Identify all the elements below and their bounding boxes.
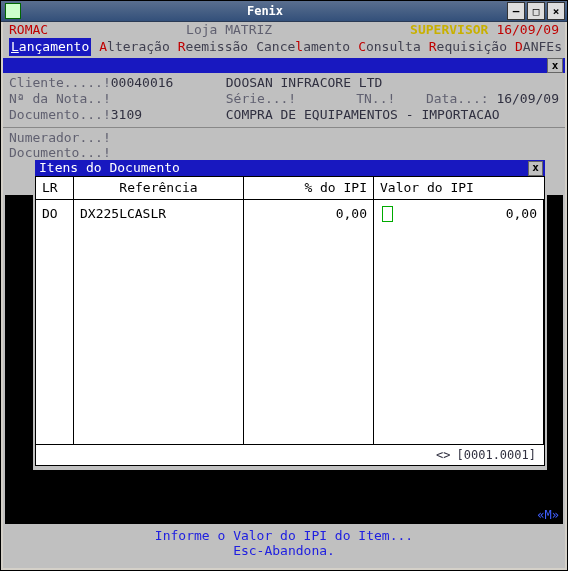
- table-footer: <> [0001.0001]: [36, 444, 544, 465]
- cell-ref: DX225LCASLR: [74, 200, 244, 444]
- black-border-right: [547, 195, 563, 496]
- documento-desc: COMPRA DE EQUIPAMENTOS - IMPORTACAO: [226, 107, 500, 123]
- col-val: Valor do IPI: [374, 177, 544, 199]
- items-close-icon[interactable]: x: [528, 161, 543, 176]
- menu-requisicao[interactable]: Requisição: [429, 38, 507, 56]
- menu-cancelamento[interactable]: Cancelamento: [256, 38, 350, 56]
- nota-value: [111, 91, 196, 107]
- cursor-icon: [382, 206, 393, 222]
- documento-value: 3109: [111, 107, 196, 123]
- separator-bar: x: [3, 58, 565, 73]
- minimize-button[interactable]: –: [507, 2, 525, 20]
- maximize-button[interactable]: □: [527, 2, 545, 20]
- window-title: Fenix: [25, 4, 505, 18]
- user-role: SUPERVISOR: [410, 22, 488, 38]
- cliente-label: Cliente.....!: [9, 75, 111, 91]
- items-titlebar: Itens do Documento x: [35, 160, 545, 176]
- cell-ipi: 0,00: [244, 200, 374, 444]
- close-button[interactable]: ×: [547, 2, 565, 20]
- menu-lancamento[interactable]: Lançamento: [9, 38, 91, 56]
- marker-m: «M»: [537, 508, 559, 522]
- cell-lr: DO: [36, 200, 74, 444]
- titlebar[interactable]: Fenix – □ ×: [1, 1, 567, 22]
- serie-label: Série...!: [226, 91, 296, 107]
- black-border-left: [5, 195, 33, 496]
- col-ipi: % do IPI: [244, 177, 374, 199]
- cliente-value: 00040016: [111, 75, 196, 91]
- menu-bar: Lançamento Alteração Reemissão Cancelame…: [3, 38, 565, 56]
- status-line1: Informe o Valor do IPI do Item...: [3, 528, 565, 543]
- data-value: 16/09/09: [496, 91, 559, 106]
- header-date: 16/09/09: [496, 22, 559, 38]
- app-body: ROMAC Loja MATRIZ SUPERVISOR 16/09/09 La…: [3, 22, 565, 568]
- cell-val[interactable]: 0,00: [374, 200, 544, 444]
- status-line2: Esc-Abandona.: [3, 543, 565, 558]
- app-window: Fenix – □ × ROMAC Loja MATRIZ SUPERVISOR…: [0, 0, 568, 571]
- table-header: LR Referência % do IPI Valor do IPI: [36, 177, 544, 200]
- store-name: Loja MATRIZ: [186, 22, 272, 38]
- cliente-desc: DOOSAN INFRACORE LTD: [226, 75, 383, 91]
- data-label: Data...:: [426, 91, 489, 106]
- numerador-panel: Numerador...! Documento...!: [3, 128, 565, 160]
- status-message: Informe o Valor do IPI do Item... Esc-Ab…: [3, 524, 565, 558]
- documento2-label: Documento...!: [9, 145, 559, 160]
- documento-label: Documento...!: [9, 107, 111, 123]
- items-title: Itens do Documento: [35, 160, 180, 176]
- numerador-label: Numerador...!: [9, 130, 559, 145]
- nota-label: Nª da Nota..!: [9, 91, 111, 107]
- header-line: ROMAC Loja MATRIZ SUPERVISOR 16/09/09: [3, 22, 565, 38]
- panel-close-icon[interactable]: x: [547, 58, 563, 73]
- items-table: LR Referência % do IPI Valor do IPI DO D…: [35, 176, 545, 466]
- company-name: ROMAC: [9, 22, 48, 38]
- app-icon: [5, 3, 21, 19]
- info-panel: Cliente.....! 00040016 DOOSAN INFRACORE …: [3, 73, 565, 128]
- menu-reemissao[interactable]: Reemissão: [178, 38, 248, 56]
- table-row[interactable]: DO DX225LCASLR 0,00 0,00: [36, 200, 544, 444]
- black-strip: «M»: [5, 470, 563, 524]
- nav-arrows[interactable]: <>: [436, 448, 450, 462]
- tn-label: TN..!: [356, 91, 395, 107]
- menu-alteracao[interactable]: Alteração: [99, 38, 169, 56]
- position-indicator: [0001.0001]: [457, 448, 536, 462]
- col-lr: LR: [36, 177, 74, 199]
- menu-danfes[interactable]: DANFEs: [515, 38, 562, 56]
- col-ref: Referência: [74, 177, 244, 199]
- menu-consulta[interactable]: Consulta: [358, 38, 421, 56]
